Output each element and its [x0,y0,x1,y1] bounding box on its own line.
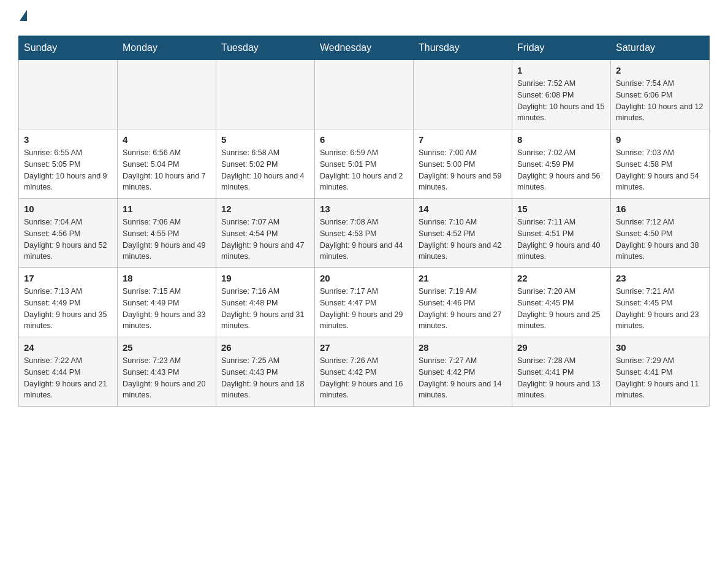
day-number: 26 [221,342,309,353]
day-info: Sunrise: 7:29 AM Sunset: 4:41 PM Dayligh… [616,355,704,401]
day-number: 13 [320,204,408,214]
calendar-cell [315,60,414,129]
day-number: 11 [123,204,211,214]
calendar-cell: 21Sunrise: 7:19 AM Sunset: 4:46 PM Dayli… [414,268,512,337]
day-info: Sunrise: 7:19 AM Sunset: 4:46 PM Dayligh… [419,286,507,332]
day-number: 23 [616,273,704,283]
day-info: Sunrise: 7:13 AM Sunset: 4:49 PM Dayligh… [24,286,112,332]
day-info: Sunrise: 7:22 AM Sunset: 4:44 PM Dayligh… [24,355,112,401]
day-info: Sunrise: 7:12 AM Sunset: 4:50 PM Dayligh… [616,216,704,262]
calendar-cell: 4Sunrise: 6:56 AM Sunset: 5:04 PM Daylig… [118,129,216,199]
day-number: 7 [419,134,507,145]
day-number: 1 [517,65,605,75]
day-number: 9 [616,134,704,145]
day-number: 12 [221,204,309,214]
day-info: Sunrise: 7:02 AM Sunset: 4:59 PM Dayligh… [517,147,605,193]
day-info: Sunrise: 7:10 AM Sunset: 4:52 PM Dayligh… [419,216,507,262]
day-info: Sunrise: 7:16 AM Sunset: 4:48 PM Dayligh… [221,286,309,332]
day-number: 6 [320,134,408,145]
calendar-cell: 26Sunrise: 7:25 AM Sunset: 4:43 PM Dayli… [216,337,315,407]
day-info: Sunrise: 7:25 AM Sunset: 4:43 PM Dayligh… [221,355,309,401]
day-info: Sunrise: 7:28 AM Sunset: 4:41 PM Dayligh… [517,355,605,401]
calendar-cell: 20Sunrise: 7:17 AM Sunset: 4:47 PM Dayli… [315,268,414,337]
calendar-cell [216,60,315,129]
logo [18,12,27,23]
calendar-cell: 29Sunrise: 7:28 AM Sunset: 4:41 PM Dayli… [512,337,611,407]
calendar-cell: 17Sunrise: 7:13 AM Sunset: 4:49 PM Dayli… [19,268,118,337]
calendar-table: SundayMondayTuesdayWednesdayThursdayFrid… [18,36,710,407]
day-number: 4 [123,134,211,145]
day-number: 14 [419,204,507,214]
day-number: 29 [517,342,605,353]
calendar-cell: 24Sunrise: 7:22 AM Sunset: 4:44 PM Dayli… [19,337,118,407]
day-number: 3 [24,134,112,145]
calendar-cell: 2Sunrise: 7:54 AM Sunset: 6:06 PM Daylig… [611,60,710,129]
calendar-cell: 28Sunrise: 7:27 AM Sunset: 4:42 PM Dayli… [414,337,512,407]
day-number: 2 [616,65,704,75]
calendar-cell: 5Sunrise: 6:58 AM Sunset: 5:02 PM Daylig… [216,129,315,199]
calendar-cell: 30Sunrise: 7:29 AM Sunset: 4:41 PM Dayli… [611,337,710,407]
day-info: Sunrise: 7:00 AM Sunset: 5:00 PM Dayligh… [419,147,507,193]
day-info: Sunrise: 6:59 AM Sunset: 5:01 PM Dayligh… [320,147,408,193]
day-number: 5 [221,134,309,145]
day-info: Sunrise: 7:23 AM Sunset: 4:43 PM Dayligh… [123,355,211,401]
day-info: Sunrise: 6:58 AM Sunset: 5:02 PM Dayligh… [221,147,309,193]
day-info: Sunrise: 6:55 AM Sunset: 5:05 PM Dayligh… [24,147,112,193]
weekday-header-wednesday: Wednesday [315,36,414,60]
day-number: 19 [221,273,309,283]
weekday-header-saturday: Saturday [611,36,710,60]
day-number: 18 [123,273,211,283]
day-number: 24 [24,342,112,353]
day-number: 10 [24,204,112,214]
day-info: Sunrise: 7:17 AM Sunset: 4:47 PM Dayligh… [320,286,408,332]
calendar-week-row: 3Sunrise: 6:55 AM Sunset: 5:05 PM Daylig… [19,129,710,199]
day-info: Sunrise: 7:21 AM Sunset: 4:45 PM Dayligh… [616,286,704,332]
calendar-cell: 1Sunrise: 7:52 AM Sunset: 6:08 PM Daylig… [512,60,611,129]
day-info: Sunrise: 7:07 AM Sunset: 4:54 PM Dayligh… [221,216,309,262]
calendar-cell: 9Sunrise: 7:03 AM Sunset: 4:58 PM Daylig… [611,129,710,199]
page-header [18,12,710,23]
day-number: 16 [616,204,704,214]
calendar-cell: 18Sunrise: 7:15 AM Sunset: 4:49 PM Dayli… [118,268,216,337]
day-info: Sunrise: 7:04 AM Sunset: 4:56 PM Dayligh… [24,216,112,262]
calendar-header-row: SundayMondayTuesdayWednesdayThursdayFrid… [19,36,710,60]
day-number: 22 [517,273,605,283]
day-number: 28 [419,342,507,353]
calendar-cell: 11Sunrise: 7:06 AM Sunset: 4:55 PM Dayli… [118,199,216,268]
day-info: Sunrise: 7:06 AM Sunset: 4:55 PM Dayligh… [123,216,211,262]
day-info: Sunrise: 7:27 AM Sunset: 4:42 PM Dayligh… [419,355,507,401]
calendar-cell: 12Sunrise: 7:07 AM Sunset: 4:54 PM Dayli… [216,199,315,268]
calendar-week-row: 24Sunrise: 7:22 AM Sunset: 4:44 PM Dayli… [19,337,710,407]
day-number: 21 [419,273,507,283]
calendar-week-row: 10Sunrise: 7:04 AM Sunset: 4:56 PM Dayli… [19,199,710,268]
calendar-cell: 6Sunrise: 6:59 AM Sunset: 5:01 PM Daylig… [315,129,414,199]
calendar-cell: 10Sunrise: 7:04 AM Sunset: 4:56 PM Dayli… [19,199,118,268]
day-number: 30 [616,342,704,353]
calendar-cell: 22Sunrise: 7:20 AM Sunset: 4:45 PM Dayli… [512,268,611,337]
weekday-header-monday: Monday [118,36,216,60]
day-number: 15 [517,204,605,214]
day-number: 27 [320,342,408,353]
calendar-cell: 25Sunrise: 7:23 AM Sunset: 4:43 PM Dayli… [118,337,216,407]
calendar-cell: 13Sunrise: 7:08 AM Sunset: 4:53 PM Dayli… [315,199,414,268]
calendar-cell: 23Sunrise: 7:21 AM Sunset: 4:45 PM Dayli… [611,268,710,337]
day-info: Sunrise: 6:56 AM Sunset: 5:04 PM Dayligh… [123,147,211,193]
calendar-cell [118,60,216,129]
calendar-cell: 14Sunrise: 7:10 AM Sunset: 4:52 PM Dayli… [414,199,512,268]
calendar-cell: 3Sunrise: 6:55 AM Sunset: 5:05 PM Daylig… [19,129,118,199]
day-info: Sunrise: 7:15 AM Sunset: 4:49 PM Dayligh… [123,286,211,332]
day-info: Sunrise: 7:52 AM Sunset: 6:08 PM Dayligh… [517,78,605,124]
day-number: 25 [123,342,211,353]
day-number: 20 [320,273,408,283]
weekday-header-tuesday: Tuesday [216,36,315,60]
calendar-cell: 27Sunrise: 7:26 AM Sunset: 4:42 PM Dayli… [315,337,414,407]
calendar-week-row: 17Sunrise: 7:13 AM Sunset: 4:49 PM Dayli… [19,268,710,337]
weekday-header-thursday: Thursday [414,36,512,60]
calendar-cell: 7Sunrise: 7:00 AM Sunset: 5:00 PM Daylig… [414,129,512,199]
calendar-cell: 16Sunrise: 7:12 AM Sunset: 4:50 PM Dayli… [611,199,710,268]
calendar-cell: 15Sunrise: 7:11 AM Sunset: 4:51 PM Dayli… [512,199,611,268]
calendar-cell: 19Sunrise: 7:16 AM Sunset: 4:48 PM Dayli… [216,268,315,337]
day-info: Sunrise: 7:54 AM Sunset: 6:06 PM Dayligh… [616,78,704,124]
day-info: Sunrise: 7:20 AM Sunset: 4:45 PM Dayligh… [517,286,605,332]
day-number: 17 [24,273,112,283]
